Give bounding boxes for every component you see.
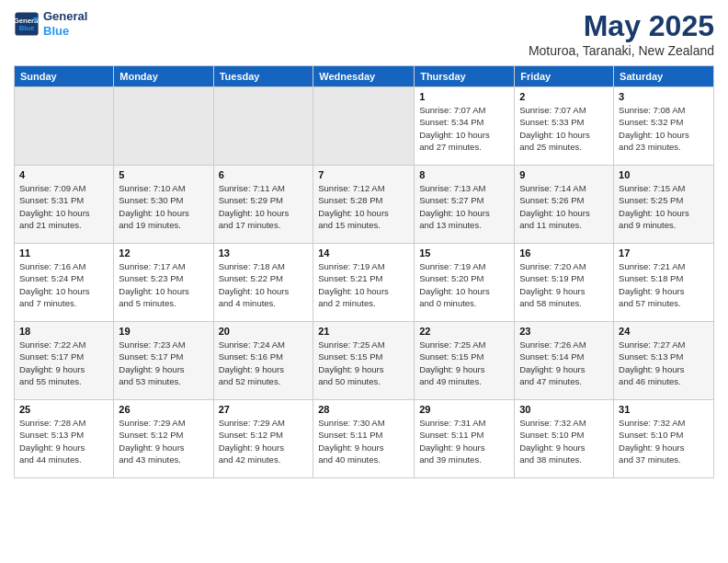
calendar-week-row: 25Sunrise: 7:28 AMSunset: 5:13 PMDayligh…	[15, 400, 714, 478]
calendar-cell: 17Sunrise: 7:21 AMSunset: 5:18 PMDayligh…	[614, 244, 714, 322]
calendar-cell: 30Sunrise: 7:32 AMSunset: 5:10 PMDayligh…	[515, 400, 614, 478]
calendar-cell: 13Sunrise: 7:18 AMSunset: 5:22 PMDayligh…	[213, 244, 313, 322]
header: General Blue General Blue May 2025 Motur…	[14, 9, 714, 58]
day-header-tuesday: Tuesday	[213, 66, 313, 87]
month-title: May 2025	[529, 9, 714, 43]
day-number: 30	[519, 404, 609, 415]
calendar-table: SundayMondayTuesdayWednesdayThursdayFrid…	[14, 65, 714, 478]
day-info: Sunrise: 7:14 AMSunset: 5:26 PMDaylight:…	[519, 182, 609, 231]
calendar-cell: 27Sunrise: 7:29 AMSunset: 5:12 PMDayligh…	[213, 400, 313, 478]
day-info: Sunrise: 7:32 AMSunset: 5:10 PMDaylight:…	[519, 417, 609, 465]
calendar-cell: 28Sunrise: 7:30 AMSunset: 5:11 PMDayligh…	[313, 400, 415, 478]
day-number: 18	[19, 326, 108, 337]
calendar-cell: 26Sunrise: 7:29 AMSunset: 5:12 PMDayligh…	[114, 400, 213, 478]
day-info: Sunrise: 7:16 AMSunset: 5:24 PMDaylight:…	[19, 260, 108, 309]
day-header-wednesday: Wednesday	[313, 66, 415, 87]
day-info: Sunrise: 7:32 AMSunset: 5:10 PMDaylight:…	[619, 417, 709, 465]
calendar-cell: 24Sunrise: 7:27 AMSunset: 5:13 PMDayligh…	[614, 322, 714, 400]
day-number: 17	[619, 247, 709, 259]
day-info: Sunrise: 7:15 AMSunset: 5:25 PMDaylight:…	[619, 182, 709, 231]
calendar-header-row: SundayMondayTuesdayWednesdayThursdayFrid…	[15, 66, 714, 87]
day-info: Sunrise: 7:28 AMSunset: 5:13 PMDaylight:…	[19, 417, 108, 465]
day-info: Sunrise: 7:07 AMSunset: 5:34 PMDaylight:…	[419, 104, 509, 153]
calendar-cell: 31Sunrise: 7:32 AMSunset: 5:10 PMDayligh…	[614, 400, 714, 478]
day-header-friday: Friday	[515, 66, 614, 87]
title-section: May 2025 Moturoa, Taranaki, New Zealand	[529, 9, 714, 58]
day-number: 22	[419, 326, 509, 337]
day-info: Sunrise: 7:09 AMSunset: 5:31 PMDaylight:…	[19, 182, 108, 231]
day-info: Sunrise: 7:18 AMSunset: 5:22 PMDaylight:…	[219, 260, 309, 309]
day-number: 19	[119, 326, 208, 337]
day-info: Sunrise: 7:23 AMSunset: 5:17 PMDaylight:…	[119, 339, 208, 387]
day-info: Sunrise: 7:07 AMSunset: 5:33 PMDaylight:…	[519, 104, 609, 153]
day-number: 23	[519, 326, 609, 337]
calendar-cell: 7Sunrise: 7:12 AMSunset: 5:28 PMDaylight…	[313, 166, 415, 244]
day-number: 11	[19, 247, 108, 259]
day-number: 29	[419, 404, 509, 415]
day-number: 16	[519, 247, 609, 259]
logo: General Blue General Blue	[14, 9, 87, 38]
day-info: Sunrise: 7:24 AMSunset: 5:16 PMDaylight:…	[219, 339, 309, 387]
calendar-cell: 18Sunrise: 7:22 AMSunset: 5:17 PMDayligh…	[15, 322, 114, 400]
day-info: Sunrise: 7:29 AMSunset: 5:12 PMDaylight:…	[219, 417, 309, 465]
day-number: 1	[419, 91, 509, 102]
calendar-week-row: 4Sunrise: 7:09 AMSunset: 5:31 PMDaylight…	[15, 166, 714, 244]
day-info: Sunrise: 7:19 AMSunset: 5:21 PMDaylight:…	[318, 260, 409, 309]
day-info: Sunrise: 7:19 AMSunset: 5:20 PMDaylight:…	[419, 260, 509, 309]
calendar-cell	[213, 87, 313, 166]
calendar-cell: 20Sunrise: 7:24 AMSunset: 5:16 PMDayligh…	[213, 322, 313, 400]
day-info: Sunrise: 7:26 AMSunset: 5:14 PMDaylight:…	[519, 339, 609, 387]
day-number: 27	[219, 404, 309, 415]
calendar-cell: 22Sunrise: 7:25 AMSunset: 5:15 PMDayligh…	[415, 322, 515, 400]
calendar-cell: 9Sunrise: 7:14 AMSunset: 5:26 PMDaylight…	[515, 166, 614, 244]
day-info: Sunrise: 7:13 AMSunset: 5:27 PMDaylight:…	[419, 182, 509, 231]
logo-text: General Blue	[43, 9, 87, 38]
calendar-week-row: 1Sunrise: 7:07 AMSunset: 5:34 PMDaylight…	[15, 87, 714, 166]
day-info: Sunrise: 7:25 AMSunset: 5:15 PMDaylight:…	[318, 339, 409, 387]
calendar-cell: 1Sunrise: 7:07 AMSunset: 5:34 PMDaylight…	[415, 87, 515, 166]
day-number: 9	[519, 169, 609, 180]
day-info: Sunrise: 7:17 AMSunset: 5:23 PMDaylight:…	[119, 260, 208, 309]
day-number: 28	[318, 404, 409, 415]
location: Moturoa, Taranaki, New Zealand	[529, 43, 714, 58]
calendar-cell: 4Sunrise: 7:09 AMSunset: 5:31 PMDaylight…	[15, 166, 114, 244]
day-number: 15	[419, 247, 509, 259]
calendar-cell: 6Sunrise: 7:11 AMSunset: 5:29 PMDaylight…	[213, 166, 313, 244]
day-info: Sunrise: 7:22 AMSunset: 5:17 PMDaylight:…	[19, 339, 108, 387]
calendar-cell: 8Sunrise: 7:13 AMSunset: 5:27 PMDaylight…	[415, 166, 515, 244]
day-header-saturday: Saturday	[614, 66, 714, 87]
calendar-cell: 29Sunrise: 7:31 AMSunset: 5:11 PMDayligh…	[415, 400, 515, 478]
calendar-cell: 2Sunrise: 7:07 AMSunset: 5:33 PMDaylight…	[515, 87, 614, 166]
day-number: 4	[19, 169, 108, 180]
calendar-cell: 15Sunrise: 7:19 AMSunset: 5:20 PMDayligh…	[415, 244, 515, 322]
calendar-cell: 10Sunrise: 7:15 AMSunset: 5:25 PMDayligh…	[614, 166, 714, 244]
calendar-cell: 19Sunrise: 7:23 AMSunset: 5:17 PMDayligh…	[114, 322, 213, 400]
day-number: 25	[19, 404, 108, 415]
day-number: 12	[119, 247, 208, 259]
calendar-cell: 23Sunrise: 7:26 AMSunset: 5:14 PMDayligh…	[515, 322, 614, 400]
day-header-monday: Monday	[114, 66, 213, 87]
day-number: 24	[619, 326, 709, 337]
day-number: 21	[318, 326, 409, 337]
calendar-cell: 25Sunrise: 7:28 AMSunset: 5:13 PMDayligh…	[15, 400, 114, 478]
day-number: 31	[619, 404, 709, 415]
day-info: Sunrise: 7:31 AMSunset: 5:11 PMDaylight:…	[419, 417, 509, 465]
calendar-cell: 3Sunrise: 7:08 AMSunset: 5:32 PMDaylight…	[614, 87, 714, 166]
day-number: 26	[119, 404, 208, 415]
day-number: 8	[419, 169, 509, 180]
page-container: General Blue General Blue May 2025 Motur…	[0, 0, 728, 488]
day-info: Sunrise: 7:29 AMSunset: 5:12 PMDaylight:…	[119, 417, 208, 465]
calendar-cell: 16Sunrise: 7:20 AMSunset: 5:19 PMDayligh…	[515, 244, 614, 322]
calendar-cell: 11Sunrise: 7:16 AMSunset: 5:24 PMDayligh…	[15, 244, 114, 322]
calendar-week-row: 18Sunrise: 7:22 AMSunset: 5:17 PMDayligh…	[15, 322, 714, 400]
calendar-cell	[313, 87, 415, 166]
day-info: Sunrise: 7:10 AMSunset: 5:30 PMDaylight:…	[119, 182, 208, 231]
calendar-cell: 5Sunrise: 7:10 AMSunset: 5:30 PMDaylight…	[114, 166, 213, 244]
day-header-sunday: Sunday	[15, 66, 114, 87]
day-info: Sunrise: 7:12 AMSunset: 5:28 PMDaylight:…	[318, 182, 409, 231]
calendar-cell	[15, 87, 114, 166]
day-number: 2	[519, 91, 609, 102]
day-info: Sunrise: 7:11 AMSunset: 5:29 PMDaylight:…	[219, 182, 309, 231]
day-info: Sunrise: 7:30 AMSunset: 5:11 PMDaylight:…	[318, 417, 409, 465]
day-info: Sunrise: 7:08 AMSunset: 5:32 PMDaylight:…	[619, 104, 709, 153]
